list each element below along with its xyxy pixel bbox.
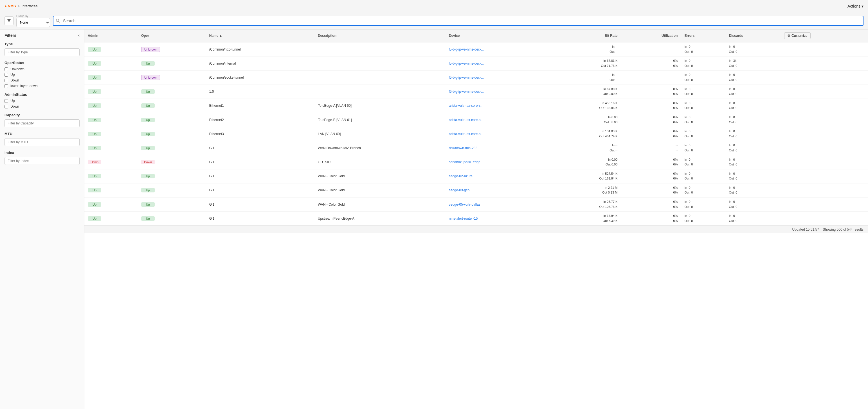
operstatus-lowerlayerdown-item[interactable]: lower_layer_down	[4, 84, 80, 88]
table-row: Up Up Gi1 WAN - Color Gold cedge-03-gcp …	[84, 183, 868, 197]
errors-cell: In 0 Out 0	[681, 70, 725, 84]
adminstatus-up-label: Up	[10, 99, 14, 103]
adminstatus-up-checkbox[interactable]	[4, 99, 8, 103]
errors-cell: In 0 Out 0	[681, 42, 725, 57]
oper-cell: Down	[138, 155, 206, 169]
device-cell: sandbox_pe30_edge	[445, 155, 555, 169]
col-name-sort: Name ▲	[209, 34, 311, 38]
utilization-cell: 0% 0%	[621, 57, 681, 70]
device-link[interactable]: cedge-02-azure	[449, 174, 472, 178]
operstatus-down-checkbox[interactable]	[4, 79, 8, 82]
col-errors: Errors	[681, 30, 725, 42]
bitrate-cell: In 14.94 K Out 3.39 K	[555, 211, 621, 226]
filter-type-input[interactable]	[4, 48, 80, 56]
filter-section-adminstatus: AdminStatus Up Down	[4, 93, 80, 108]
description-cell: LAN [VLAN 69]	[314, 127, 445, 141]
svg-point-0	[56, 19, 59, 22]
search-input[interactable]	[53, 16, 864, 26]
device-link[interactable]: arista-vultr-lax-core-s...	[449, 132, 484, 136]
admin-cell: Up	[84, 198, 138, 211]
table-row: Up Up /Common/internal f5-big-ip-ve-nms-…	[84, 57, 868, 70]
group-by-select[interactable]: None	[16, 18, 50, 27]
name-cell: Ethernet3	[206, 127, 314, 141]
device-cell: cedge-02-azure	[445, 169, 555, 183]
adminstatus-up-item[interactable]: Up	[4, 99, 80, 103]
table-body: Up Unknown /Common/http-tunnel f5-big-ip…	[84, 42, 868, 226]
description-cell: WAN - Color Gold	[314, 183, 445, 197]
operstatus-lowerlayerdown-checkbox[interactable]	[4, 84, 8, 88]
operstatus-up-checkbox[interactable]	[4, 73, 8, 77]
device-link[interactable]: f5-big-ip-ve-nms-dec-...	[449, 90, 484, 94]
errors-cell: In 0 Out 0	[681, 84, 725, 99]
device-link[interactable]: nms-alert-router-15	[449, 216, 478, 220]
filter-toggle-button[interactable]	[4, 16, 13, 25]
empty-cell	[781, 141, 868, 155]
empty-cell	[781, 127, 868, 141]
device-link[interactable]: arista-vultr-lax-core-s...	[449, 104, 484, 108]
adminstatus-down-item[interactable]: Down	[4, 104, 80, 108]
sidebar-collapse-button[interactable]: ‹	[78, 33, 80, 38]
operstatus-unknown-item[interactable]: Unknown	[4, 67, 80, 71]
utilization-cell: 0% 0%	[621, 84, 681, 99]
filter-capacity-input[interactable]	[4, 120, 80, 127]
oper-cell: Up	[138, 169, 206, 183]
operstatus-down-item[interactable]: Down	[4, 78, 80, 82]
device-link[interactable]: f5-big-ip-ve-nms-dec-...	[449, 75, 484, 79]
utilization-cell: -- --	[621, 70, 681, 84]
operstatus-unknown-checkbox[interactable]	[4, 67, 8, 71]
description-cell: WAN Downtown-MIA Branch	[314, 141, 445, 155]
empty-cell	[781, 113, 868, 127]
discards-cell: In 0 Out 0	[725, 169, 781, 183]
showing-results: Showing 500 of 544 results	[823, 228, 864, 232]
operstatus-up-item[interactable]: Up	[4, 73, 80, 77]
errors-cell: In 0 Out 0	[681, 141, 725, 155]
oper-cell: Up	[138, 198, 206, 211]
device-link[interactable]: f5-big-ip-ve-nms-dec-...	[449, 47, 484, 52]
sort-asc-icon: ▲	[219, 34, 222, 38]
actions-button[interactable]: Actions ▾	[847, 4, 864, 8]
adminstatus-down-checkbox[interactable]	[4, 105, 8, 108]
adminstatus-down-label: Down	[10, 104, 19, 108]
device-link[interactable]: sandbox_pe30_edge	[449, 160, 480, 164]
empty-cell	[781, 211, 868, 226]
description-cell: WAN - Color Gold	[314, 198, 445, 211]
interfaces-table: Admin Oper Name ▲ Description Device Bit…	[84, 30, 868, 226]
device-link[interactable]: cedge-05-vultr-dallas	[449, 203, 480, 206]
bitrate-cell: In 67.80 K Out 0.00 K	[555, 84, 621, 99]
table-row: Up Unknown /Common/socks-tunnel f5-big-i…	[84, 70, 868, 84]
col-discards: Discards	[725, 30, 781, 42]
admin-cell: Up	[84, 113, 138, 127]
filter-index-label: Index	[4, 150, 80, 155]
filter-index-input[interactable]	[4, 157, 80, 165]
brand-icon: ●	[4, 4, 7, 8]
brand: ● NMS	[4, 4, 16, 8]
brand-label: NMS	[8, 4, 16, 8]
oper-cell: Up	[138, 211, 206, 226]
table-row: Up Up 1.0 f5-big-ip-ve-nms-dec-... In 67…	[84, 84, 868, 99]
utilization-cell: 0% 0%	[621, 113, 681, 127]
col-name[interactable]: Name ▲	[206, 30, 314, 42]
table-row: Up Up Gi1 Upstream Peer cEdge-A nms-aler…	[84, 211, 868, 226]
device-cell: arista-vultr-lax-core-s...	[445, 99, 555, 113]
filter-mtu-input[interactable]	[4, 138, 80, 146]
device-link[interactable]: arista-vultr-lax-core-s...	[449, 118, 484, 122]
interfaces-table-area: Admin Oper Name ▲ Description Device Bit…	[84, 30, 868, 409]
admin-badge: Up	[88, 146, 101, 150]
table-row: Up Up Ethernet1 To-cEdge-A [VLAN 60] ari…	[84, 99, 868, 113]
admin-cell: Up	[84, 211, 138, 226]
search-container	[53, 16, 864, 26]
device-link[interactable]: f5-big-ip-ve-nms-dec-...	[449, 62, 484, 65]
utilization-cell: 0% 0%	[621, 155, 681, 169]
gear-icon: ⚙	[787, 34, 790, 38]
actions-chevron-icon: ▾	[862, 4, 864, 8]
operstatus-lowerlayerdown-label: lower_layer_down	[10, 84, 38, 88]
filter-section-operstatus: OperStatus Unknown Up Down lower_layer_d…	[4, 61, 80, 88]
device-link[interactable]: cedge-03-gcp	[449, 188, 469, 192]
customize-button[interactable]: ⚙ Customize	[784, 32, 811, 39]
errors-cell: In 0 Out 0	[681, 169, 725, 183]
oper-badge: Up	[141, 188, 155, 193]
admin-cell: Up	[84, 70, 138, 84]
device-link[interactable]: downtown-mia-233	[449, 146, 477, 150]
utilization-cell: -- --	[621, 141, 681, 155]
empty-cell	[781, 183, 868, 197]
